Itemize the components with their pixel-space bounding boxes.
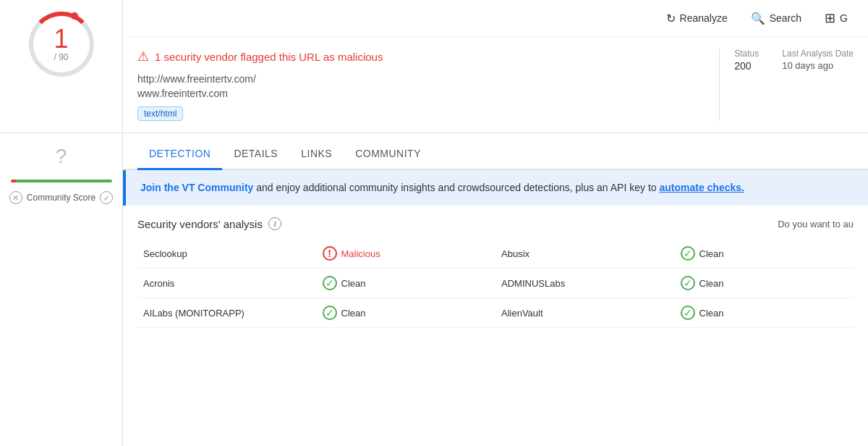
vendor-status: ✓Clean <box>317 306 496 320</box>
header-row: 1 / 90 ↻ Reanalyze 🔍 Search ⊞ G <box>0 0 868 133</box>
vendor-status-text: Clean <box>699 248 724 259</box>
warning-text: 1 security vendor flagged this URL as ma… <box>155 51 383 63</box>
reanalyze-icon: ↻ <box>666 12 676 25</box>
url-left: ⚠ 1 security vendor flagged this URL as … <box>137 49 707 121</box>
clean-icon: ✓ <box>323 306 337 320</box>
do-you-want-text: Do you want to au <box>778 219 854 230</box>
tabs-bar: DETECTION DETAILS LINKS COMMUNITY <box>123 139 868 170</box>
warning-banner: ⚠ 1 security vendor flagged this URL as … <box>137 49 707 64</box>
clean-icon: ✓ <box>681 306 695 320</box>
vendor-name: Abusix <box>495 248 675 259</box>
vendor-table: Seclookup !Malicious Abusix ✓Clean Acron… <box>137 239 854 328</box>
vendor-row: AILabs (MONITORAPP) ✓Clean AlienVault ✓C… <box>137 298 854 328</box>
vendor-status: ✓Clean <box>675 306 854 320</box>
vendor-row: Acronis ✓Clean ADMINUSLabs ✓Clean <box>137 269 854 298</box>
community-score-bar <box>11 180 112 182</box>
analysis-date-value: 10 days ago <box>782 60 854 71</box>
vendor-status-text: Clean <box>341 308 366 319</box>
right-body: DETECTION DETAILS LINKS COMMUNITY Join t… <box>123 133 868 446</box>
tab-links[interactable]: LINKS <box>289 139 344 170</box>
clean-icon: ✓ <box>681 276 695 290</box>
body-row: ? ✕ Community Score ✓ DETECTION DETAILS <box>0 133 868 446</box>
top-actions-bar: ↻ Reanalyze 🔍 Search ⊞ G <box>123 0 868 37</box>
score-denominator: / 90 <box>54 52 68 62</box>
tab-details-label: DETAILS <box>234 148 278 159</box>
vendor-name: Seclookup <box>137 248 317 259</box>
tab-detection-label: DETECTION <box>149 148 210 159</box>
page-wrapper: 1 / 90 ↻ Reanalyze 🔍 Search ⊞ G <box>0 0 868 446</box>
vendor-row: Seclookup !Malicious Abusix ✓Clean <box>137 239 854 269</box>
analysis-date-group: Last Analysis Date 10 days ago <box>782 49 854 71</box>
community-banner: Join the VT Community and enjoy addition… <box>123 170 868 206</box>
vendor-status: ✓Clean <box>317 276 496 290</box>
status-label: Status <box>734 49 759 59</box>
url-primary: http://www.freeintertv.com/ <box>137 73 707 85</box>
vendor-status: ✓Clean <box>675 276 854 290</box>
left-score-panel: 1 / 90 <box>0 0 123 132</box>
vendor-status-text: Clean <box>341 278 366 289</box>
vendor-status-text: Clean <box>699 278 724 289</box>
search-button[interactable]: 🔍 Search <box>742 7 810 30</box>
reanalyze-button[interactable]: ↻ Reanalyze <box>658 7 736 30</box>
vendor-name: Acronis <box>137 278 317 289</box>
vendor-status-text: Malicious <box>341 248 380 259</box>
community-score-label: ✕ Community Score ✓ <box>9 191 113 204</box>
security-section: Security vendors' analysis i Do you want… <box>123 206 868 334</box>
info-icon[interactable]: i <box>268 217 281 230</box>
tab-detection[interactable]: DETECTION <box>137 139 222 170</box>
vendor-status: !Malicious <box>317 246 496 261</box>
tab-community[interactable]: COMMUNITY <box>344 139 433 170</box>
automate-checks-link[interactable]: automate checks. <box>659 182 744 193</box>
score-number: 1 <box>54 26 68 52</box>
vendor-name: ADMINUSLabs <box>495 278 675 289</box>
tab-community-label: COMMUNITY <box>355 148 421 159</box>
tab-links-label: LINKS <box>301 148 332 159</box>
vendor-name: AlienVault <box>495 308 675 319</box>
vendor-name: AILabs (MONITORAPP) <box>137 308 317 319</box>
content-type-tag: text/html <box>137 106 183 121</box>
security-header: Security vendors' analysis i Do you want… <box>137 217 854 230</box>
community-score-text: Community Score <box>27 193 95 203</box>
clean-icon: ✓ <box>323 276 337 290</box>
banner-middle-text: and enjoy additional community insights … <box>253 182 659 193</box>
status-group: Status 200 <box>734 49 759 72</box>
tab-details[interactable]: DETAILS <box>222 139 289 170</box>
security-title-text: Security vendors' analysis <box>137 218 263 230</box>
check-icon: ✓ <box>100 191 113 204</box>
reanalyze-label: Reanalyze <box>680 12 728 24</box>
x-icon: ✕ <box>9 191 22 204</box>
score-circle: 1 / 90 <box>29 12 94 77</box>
malicious-icon: ! <box>323 246 337 261</box>
clean-icon: ✓ <box>681 246 695 261</box>
search-label: Search <box>770 12 801 24</box>
left-bottom-panel: ? ✕ Community Score ✓ <box>0 133 123 446</box>
right-header: ↻ Reanalyze 🔍 Search ⊞ G ⚠ <box>123 0 868 132</box>
search-icon: 🔍 <box>751 12 765 25</box>
url-right: Status 200 Last Analysis Date 10 days ag… <box>719 49 854 121</box>
url-content: ⚠ 1 security vendor flagged this URL as … <box>123 37 868 132</box>
url-secondary: www.freeintertv.com <box>137 88 707 99</box>
grid-label: G <box>840 12 848 24</box>
score-dot <box>71 12 78 20</box>
grid-icon: ⊞ <box>825 10 835 26</box>
analysis-date-label: Last Analysis Date <box>782 49 854 59</box>
question-icon: ? <box>56 145 67 168</box>
grid-button[interactable]: ⊞ G <box>816 6 856 30</box>
status-value: 200 <box>734 60 759 72</box>
join-vt-community-link[interactable]: Join the VT Community <box>140 182 253 193</box>
security-title: Security vendors' analysis i <box>137 217 281 230</box>
vendor-status: ✓Clean <box>675 246 854 261</box>
warning-icon: ⚠ <box>137 49 149 64</box>
vendor-status-text: Clean <box>699 308 724 319</box>
